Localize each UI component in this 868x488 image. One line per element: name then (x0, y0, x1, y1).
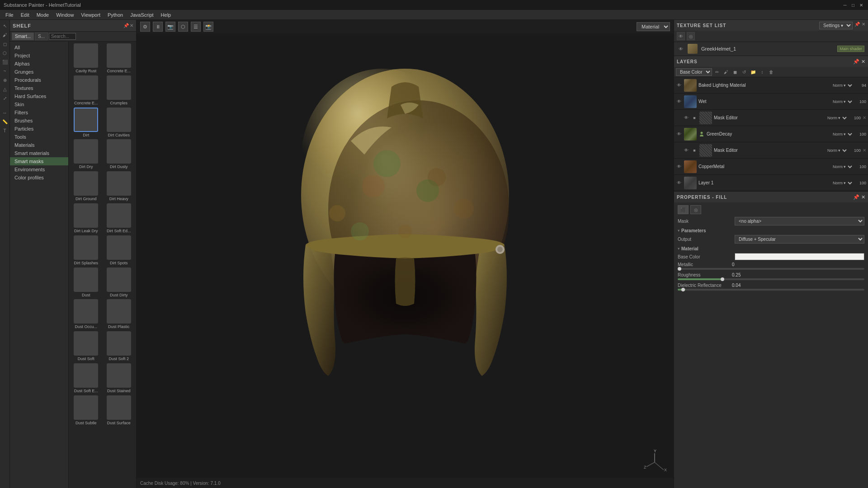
mask-dust[interactable]: Dust (71, 267, 102, 298)
parameters-section-header[interactable]: ▾ Parameters (678, 228, 864, 233)
layer-1-blend[interactable]: Norm ▾ (831, 180, 854, 186)
tool-projection[interactable]: ⬡ (1, 49, 9, 57)
category-tools[interactable]: Tools (10, 133, 68, 141)
tsl-view-button[interactable]: 👁 (677, 32, 685, 40)
viewport-camera-button[interactable]: 📷 (165, 22, 175, 32)
layer-green-visibility[interactable]: 👁 (676, 131, 682, 137)
tool-smudge[interactable]: ~ (1, 67, 9, 75)
layers-folder-btn[interactable]: 📁 (749, 68, 757, 76)
viewport-pause-button[interactable]: ⏸ (153, 22, 163, 32)
mask-dust-stained[interactable]: Dust Stained (104, 363, 135, 394)
layer-wet-mask-visibility[interactable]: 👁 (683, 115, 689, 121)
layer-wet-mask-blend[interactable]: Norm ▾ (826, 115, 848, 121)
mask-concrete-e1[interactable]: Concrete E... (104, 43, 135, 74)
tool-text[interactable]: T (1, 127, 9, 135)
tool-polygon-fill[interactable]: △ (1, 85, 9, 93)
layer-wet-visibility[interactable]: 👁 (676, 99, 682, 105)
layer-wet-mask-delete[interactable]: ✕ (863, 115, 866, 120)
viewport[interactable]: ⚙ ⏸ 📷 ⬡ ☰ 📸 Material (137, 20, 674, 488)
mask-dirt-soft-ed[interactable]: Dirt Soft Ed... (104, 203, 135, 234)
mask-dirt-heavy[interactable]: Dirt Heavy (104, 171, 135, 202)
category-hard-surfaces[interactable]: Hard Surfaces (10, 92, 68, 100)
minimize-button[interactable]: ─ (842, 2, 848, 8)
mask-dust-plastic[interactable]: Dust Plastic (104, 299, 135, 329)
properties-close-button[interactable]: ✕ (861, 194, 865, 200)
tool-erase[interactable]: ◻ (1, 40, 9, 48)
tsl-view2-button[interactable]: ◎ (687, 32, 695, 40)
tsl-pin-button[interactable]: 📌 (854, 22, 860, 29)
layers-delete-btn[interactable]: 🗑 (767, 68, 775, 76)
mask-dust-dirty[interactable]: Dust Dirty (104, 267, 135, 298)
mask-dirt-ground[interactable]: Dirt Ground (71, 171, 102, 202)
tool-drag[interactable]: ⤢ (1, 94, 9, 102)
category-smart-masks[interactable]: Smart masks (10, 157, 68, 165)
dielectric-slider[interactable] (678, 289, 864, 291)
shelf-search-input[interactable] (49, 33, 76, 40)
maximize-button[interactable]: □ (850, 2, 856, 8)
properties-pin-button[interactable]: 📌 (853, 194, 859, 200)
tool-transform[interactable]: ↔ (1, 108, 9, 117)
mask-dirt-dusty[interactable]: Dirt Dusty (104, 139, 135, 169)
layers-move-btn[interactable]: ↕ (758, 68, 766, 76)
layer-green-mask-delete[interactable]: ✕ (863, 148, 866, 153)
layer-baked-blend[interactable]: Norm ▾ (831, 83, 854, 88)
tsl-item[interactable]: 👁 GreekHelmet_1 Main shader (674, 42, 868, 56)
tsl-visibility-eye[interactable]: 👁 (678, 46, 684, 52)
layer-green-mask-editor[interactable]: 👁 ■ Mask Editor Norm ▾ 100 ✕ (674, 142, 868, 159)
layer-wet-mask-editor[interactable]: 👁 ■ Mask Editor Norm ▾ 100 ✕ (674, 110, 868, 126)
props-tab-fill[interactable]: ⬛ (678, 205, 689, 214)
layers-arrow-btn[interactable]: ↺ (740, 68, 748, 76)
mask-select[interactable]: <no alpha> (735, 217, 864, 225)
category-alphas[interactable]: Alphas (10, 60, 68, 68)
mask-dust-soft[interactable]: Dust Soft (71, 331, 102, 361)
shelf-tab-search[interactable]: S... (35, 33, 48, 40)
category-filters[interactable]: Filters (10, 108, 68, 117)
category-materials[interactable]: Materials (10, 141, 68, 149)
tsl-close-button[interactable]: ✕ (862, 22, 865, 29)
category-particles[interactable]: Particles (10, 125, 68, 133)
layer-green-blend[interactable]: Norm ▾ (831, 131, 854, 137)
menu-file[interactable]: File (2, 11, 17, 19)
category-all[interactable]: All (10, 43, 68, 52)
category-brushes[interactable]: Brushes (10, 117, 68, 125)
shelf-close-button[interactable]: ✕ (130, 23, 133, 28)
shelf-pin-button[interactable]: 📌 (123, 23, 129, 28)
layer-baked-lighting[interactable]: 👁 Baked Lighting Material Norm ▾ 94 (674, 77, 868, 94)
layers-paint-btn[interactable]: ✏ (713, 68, 721, 76)
mask-dust-surface[interactable]: Dust Surface (104, 395, 135, 426)
dielectric-thumb[interactable] (681, 288, 685, 291)
base-color-swatch[interactable] (735, 253, 864, 260)
layer-channel-select[interactable]: Base Color (676, 68, 712, 76)
mask-concrete-e2[interactable]: Concrete E... (71, 75, 102, 106)
category-environments[interactable]: Environments (10, 165, 68, 174)
category-smart-materials[interactable]: Smart materials (10, 149, 68, 157)
tool-clone[interactable]: ⊕ (1, 76, 9, 84)
viewport-tool-1[interactable]: ⚙ (140, 22, 150, 32)
viewport-snapshot-button[interactable]: 📸 (203, 22, 213, 32)
props-tab-2[interactable]: ◎ (690, 205, 701, 214)
mask-dust-soft-e[interactable]: Dust Soft E... (71, 363, 102, 394)
category-grunges[interactable]: Grunges (10, 68, 68, 76)
menu-python[interactable]: Python (104, 11, 127, 19)
menu-javascript[interactable]: JavaScript (127, 11, 157, 19)
layer-copper-visibility[interactable]: 👁 (676, 164, 682, 170)
mask-dirt-leak-dry[interactable]: Dirt Leak Dry (71, 203, 102, 234)
mask-dust-soft2[interactable]: Dust Soft 2 (104, 331, 135, 361)
layer-copper-metal[interactable]: 👁 CopperMetal Norm ▾ 100 (674, 159, 868, 175)
category-procedurals[interactable]: Procedurals (10, 76, 68, 84)
material-dropdown[interactable]: Material (637, 22, 670, 31)
material-section-header[interactable]: ▾ Material (678, 246, 864, 251)
mask-dust-occu[interactable]: Dust Occu... (71, 299, 102, 329)
layer-1[interactable]: 👁 Layer 1 Norm ▾ 100 (674, 175, 868, 191)
mask-crumples[interactable]: Crumples (104, 75, 135, 106)
tool-select[interactable]: ↖ (1, 22, 9, 30)
shelf-tab-smart[interactable]: Smart... (12, 33, 34, 40)
layers-pin-button[interactable]: 📌 (853, 59, 859, 65)
tool-paint[interactable]: 🖌 (1, 31, 9, 39)
metallic-thumb[interactable] (678, 267, 681, 271)
tsl-settings-dropdown[interactable]: Settings ▾ (819, 22, 853, 29)
roughness-slider[interactable] (678, 278, 864, 280)
layer-green-mask-blend[interactable]: Norm ▾ (826, 148, 848, 153)
mask-dust-subtle[interactable]: Dust Subtle (71, 395, 102, 426)
mask-cavity-rust[interactable]: Cavity Rust (71, 43, 102, 74)
